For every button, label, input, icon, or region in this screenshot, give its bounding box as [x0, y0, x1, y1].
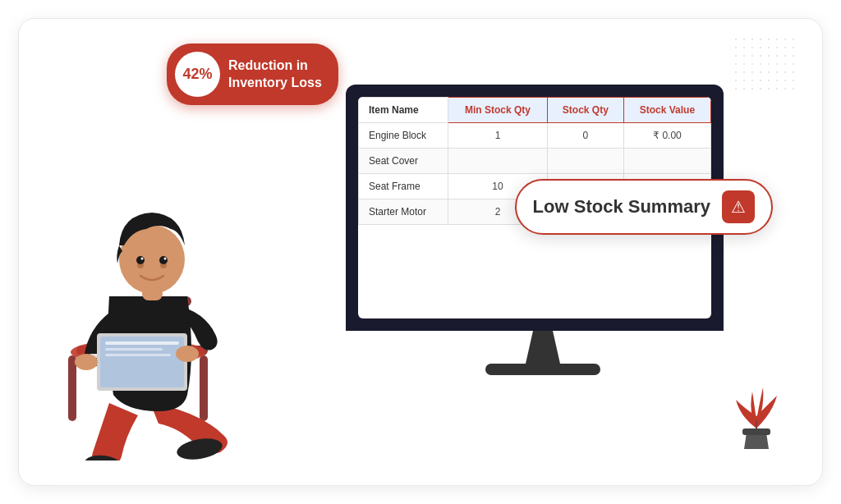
- stock-qty-1: 0: [547, 123, 623, 149]
- col-min-stock: Min Stock Qty: [448, 98, 548, 123]
- svg-point-13: [159, 256, 168, 264]
- low-stock-summary-pill: Low Stock Summary ⚠: [515, 179, 773, 235]
- plant-svg: [732, 383, 781, 449]
- monitor-stand: [518, 331, 568, 364]
- table-row: Seat Cover: [359, 149, 711, 174]
- person-svg: [44, 132, 273, 460]
- svg-point-12: [136, 256, 145, 264]
- stock-qty-2: [547, 149, 623, 174]
- reduction-badge: 42% Reduction in Inventory Loss: [167, 44, 338, 105]
- monitor-base: [485, 364, 600, 375]
- item-name-3: Seat Frame: [359, 174, 448, 199]
- col-stock-value: Stock Value: [623, 98, 710, 123]
- svg-point-22: [75, 354, 98, 370]
- svg-rect-24: [742, 428, 770, 435]
- percent-circle: 42%: [175, 52, 220, 97]
- stock-val-1: ₹ 0.00: [623, 123, 710, 149]
- stock-val-2: [623, 149, 710, 174]
- person-illustration: [44, 132, 273, 460]
- svg-point-14: [141, 258, 144, 260]
- monitor-container: Item Name Min Stock Qty Stock Qty Stock …: [346, 85, 740, 396]
- svg-point-23: [176, 346, 199, 362]
- svg-rect-19: [105, 341, 179, 345]
- main-container: 42% Reduction in Inventory Loss: [18, 18, 823, 486]
- warning-icon: ⚠: [722, 190, 755, 223]
- min-qty-2: [448, 149, 548, 174]
- plant-decoration: [732, 383, 781, 452]
- item-name-1: Engine Block: [359, 123, 448, 149]
- badge-text: Reduction in Inventory Loss: [228, 57, 322, 92]
- low-stock-label: Low Stock Summary: [533, 196, 710, 218]
- item-name-2: Seat Cover: [359, 149, 448, 174]
- min-qty-1: 1: [448, 123, 548, 149]
- table-row: Engine Block 1 0 ₹ 0.00: [359, 123, 711, 149]
- warning-symbol: ⚠: [731, 197, 746, 217]
- col-stock-qty: Stock Qty: [547, 98, 623, 123]
- svg-rect-2: [200, 355, 208, 421]
- svg-rect-20: [105, 348, 163, 351]
- svg-point-15: [164, 258, 167, 260]
- percent-text: 42%: [182, 66, 212, 83]
- item-name-4: Starter Motor: [359, 199, 448, 225]
- dots-decoration: [732, 35, 797, 93]
- svg-rect-21: [105, 354, 171, 356]
- svg-rect-1: [68, 355, 76, 421]
- col-item-name: Item Name: [359, 98, 448, 123]
